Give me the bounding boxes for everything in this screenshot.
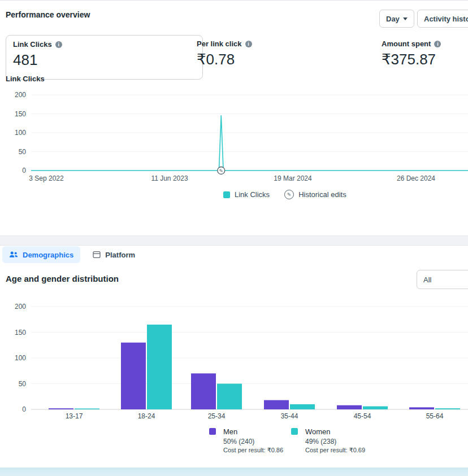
- section-divider: [0, 235, 468, 246]
- tab-demographics-label: Demographics: [23, 251, 73, 259]
- x-tick-label: 19 Mar 2024: [274, 174, 312, 182]
- bar-men-13-17[interactable]: [49, 408, 73, 409]
- x-tick-label: 13-17: [66, 412, 83, 420]
- bar-men-18-24[interactable]: [121, 343, 146, 409]
- bar-women-25-34[interactable]: [217, 384, 242, 410]
- legend-label-link-clicks: Link Clicks: [235, 190, 270, 199]
- metric-card-link-clicks[interactable]: Link Clicks i 481: [6, 35, 203, 80]
- historical-edits-icon: ✎: [284, 190, 294, 199]
- bar-women-35-44[interactable]: [290, 404, 315, 409]
- x-tick-label: 45-54: [354, 412, 371, 420]
- line-chart-legend: Link Clicks ✎ Historical edits: [223, 190, 346, 199]
- platform-icon: [93, 251, 101, 259]
- y-tick-label: 50: [19, 148, 27, 156]
- bar-women-18-24[interactable]: [147, 325, 172, 409]
- performance-overview-title: Performance overview: [6, 10, 90, 19]
- legend-label-historical-edits: Historical edits: [298, 190, 346, 199]
- people-icon: [9, 250, 18, 259]
- y-tick-label: 100: [15, 354, 26, 362]
- men-share: 50% (240): [223, 438, 283, 446]
- metric-label-per-link-click: Per link click: [197, 40, 242, 48]
- x-tick-label: 11 Jun 2023: [151, 174, 188, 182]
- age-gender-title: Age and gender distribution: [6, 274, 119, 283]
- x-tick-label: 55-64: [426, 412, 444, 420]
- tab-platform[interactable]: Platform: [86, 246, 142, 263]
- activity-history-button[interactable]: Activity history: [417, 10, 468, 28]
- legend-label-women: Women: [305, 427, 365, 436]
- legend-item-link-clicks[interactable]: Link Clicks: [223, 190, 270, 199]
- day-dropdown-label: Day: [386, 15, 400, 23]
- x-tick-label: 35-44: [281, 412, 298, 420]
- men-cost-per-result: Cost per result: ₹0.86: [223, 446, 283, 455]
- metric-label-link-clicks: Link Clicks: [13, 40, 52, 49]
- bar-men-35-44[interactable]: [264, 400, 289, 409]
- metric-card-amount-spent[interactable]: Amount spent i ₹375.87: [382, 40, 441, 68]
- metric-value-per-link-click: ₹0.78: [197, 51, 252, 68]
- x-tick-label: 3 Sep 2022: [29, 174, 64, 182]
- tab-demographics[interactable]: Demographics: [2, 246, 80, 263]
- x-tick-label: 18-24: [138, 412, 155, 420]
- link-clicks-swatch: [223, 191, 230, 198]
- bar-men-45-54[interactable]: [337, 405, 362, 409]
- insights-tabs: Demographics Platform: [2, 246, 142, 263]
- x-tick-label: 25-34: [208, 412, 226, 420]
- link-clicks-line: [31, 116, 468, 171]
- info-icon[interactable]: i: [245, 41, 252, 47]
- x-tick-label: 26 Dec 2024: [397, 174, 435, 182]
- metric-label-amount-spent: Amount spent: [382, 40, 431, 48]
- y-tick-label: 150: [15, 329, 26, 337]
- bar-legend-women[interactable]: Women 49% (238) Cost per result: ₹0.69: [291, 427, 365, 455]
- info-icon[interactable]: i: [434, 41, 441, 47]
- bar-women-55-64[interactable]: [435, 408, 460, 409]
- y-tick-label: 200: [15, 91, 26, 99]
- ads-reporting-panel: Performance overview Day Activity histor…: [0, 0, 468, 476]
- metric-value-amount-spent: ₹375.87: [382, 51, 441, 68]
- women-share: 49% (238): [305, 438, 365, 446]
- activity-history-label: Activity history: [424, 15, 468, 23]
- chevron-down-icon: [403, 18, 408, 20]
- link-clicks-line-chart[interactable]: 2001501005003 Sep 202211 Jun 202319 Mar …: [0, 89, 468, 186]
- men-swatch: [209, 428, 216, 435]
- women-swatch: [291, 428, 298, 435]
- top-divider: [0, 0, 468, 1]
- tab-platform-label: Platform: [105, 251, 135, 259]
- legend-item-historical-edits[interactable]: ✎ Historical edits: [284, 190, 346, 199]
- metric-value-link-clicks: 481: [13, 51, 196, 69]
- line-chart-title: Link Clicks: [6, 75, 45, 83]
- y-tick-label: 0: [22, 405, 26, 413]
- pencil-icon: ✎: [219, 168, 223, 174]
- women-cost-per-result: Cost per result: ₹0.69: [305, 446, 365, 455]
- all-dropdown-label: All: [423, 276, 431, 284]
- y-tick-label: 100: [15, 129, 26, 137]
- day-dropdown[interactable]: Day: [379, 10, 414, 28]
- y-tick-label: 200: [15, 303, 26, 311]
- bar-men-25-34[interactable]: [191, 373, 216, 409]
- metric-card-per-link-click[interactable]: Per link click i ₹0.78: [197, 40, 252, 68]
- next-section-strip: [0, 468, 468, 476]
- legend-label-men: Men: [223, 427, 283, 436]
- info-icon[interactable]: i: [55, 41, 62, 48]
- y-tick-label: 0: [22, 167, 26, 174]
- bar-women-45-54[interactable]: [363, 407, 388, 409]
- bar-men-55-64[interactable]: [409, 407, 434, 409]
- y-tick-label: 50: [19, 380, 27, 388]
- all-dropdown[interactable]: All: [417, 270, 468, 289]
- bar-women-13-17[interactable]: [75, 409, 99, 410]
- bar-legend-men[interactable]: Men 50% (240) Cost per result: ₹0.86: [209, 427, 283, 455]
- age-gender-bar-chart: 20015010050013-1718-2425-3435-4445-5455-…: [0, 296, 468, 426]
- y-tick-label: 150: [15, 110, 26, 118]
